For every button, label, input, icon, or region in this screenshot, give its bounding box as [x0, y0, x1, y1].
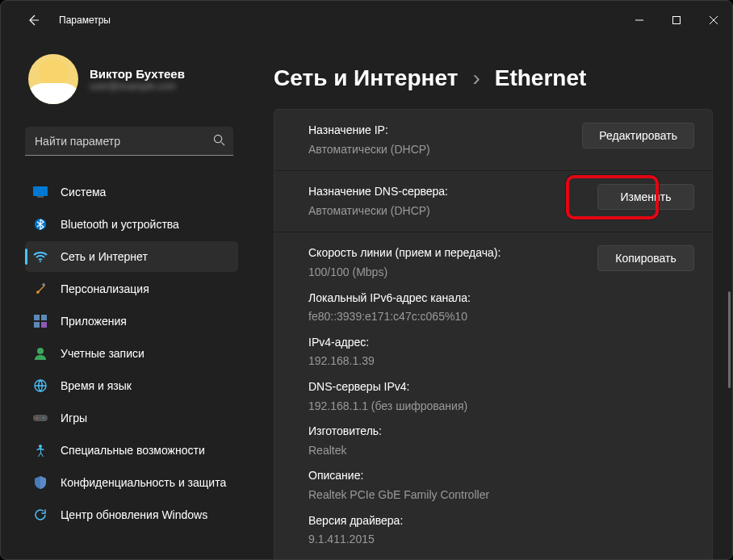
minimize-button[interactable]	[621, 4, 658, 36]
scrollbar-thumb[interactable]	[728, 291, 731, 388]
wifi-icon	[33, 249, 48, 264]
svg-rect-10	[41, 322, 47, 328]
arrow-left-icon	[27, 14, 40, 27]
sidebar-item-label: Учетные записи	[61, 347, 145, 360]
account-icon	[33, 346, 48, 361]
maximize-icon	[672, 16, 681, 24]
breadcrumb: Сеть и Интернет › Ethernet	[251, 40, 732, 109]
maximize-button[interactable]	[658, 4, 695, 36]
back-button[interactable]	[17, 4, 49, 36]
sidebar-item-label: Bluetooth и устройства	[61, 218, 179, 231]
prop-value: fe80::3939:e171:c47c:c065%10	[308, 309, 581, 325]
svg-rect-7	[34, 315, 40, 320]
sidebar-item-label: Центр обновления Windows	[61, 508, 207, 521]
sidebar-item-time-language[interactable]: Время и язык	[25, 370, 238, 401]
prop-value: Realtek	[308, 443, 581, 459]
prop-label: DNS-серверы IPv4:	[308, 379, 581, 395]
profile-name: Виктор Бухтеев	[90, 67, 185, 81]
svg-rect-13	[33, 415, 48, 421]
svg-rect-3	[37, 196, 44, 198]
dns-label: Назначение DNS-сервера:	[308, 184, 581, 200]
edit-dns-button[interactable]: Изменить	[597, 184, 694, 210]
sidebar-item-label: Система	[61, 186, 106, 199]
sidebar-item-label: Время и язык	[61, 379, 132, 392]
prop-label: Версия драйвера:	[308, 513, 581, 529]
svg-point-1	[214, 135, 221, 142]
ip-value: Автоматически (DHCP)	[308, 142, 566, 158]
sidebar-item-accounts[interactable]: Учетные записи	[25, 338, 238, 369]
prop-value: 192.168.1.1 (без шифрования)	[308, 399, 581, 415]
shield-icon	[33, 475, 48, 490]
copy-properties-button[interactable]: Копировать	[597, 245, 694, 271]
globe-icon	[33, 378, 48, 393]
update-icon	[33, 508, 48, 522]
svg-point-5	[40, 261, 41, 262]
window-controls	[621, 4, 732, 36]
accessibility-icon	[33, 443, 48, 458]
breadcrumb-parent[interactable]: Сеть и Интернет	[274, 65, 458, 91]
svg-point-14	[36, 417, 38, 419]
prop-value: 100/100 (Mbps)	[308, 265, 581, 281]
prop-value: Realtek PCIe GbE Family Controller	[308, 487, 581, 504]
profile-email: user@example.com	[90, 81, 185, 92]
sidebar-item-bluetooth[interactable]: Bluetooth и устройства	[25, 209, 238, 240]
system-icon	[33, 185, 48, 199]
sidebar-item-gaming[interactable]: Игры	[25, 403, 238, 433]
search-box[interactable]	[25, 127, 233, 156]
sidebar-item-apps[interactable]: Приложения	[25, 306, 238, 336]
titlebar: Параметры	[1, 1, 732, 40]
sidebar-item-label: Сеть и Интернет	[61, 250, 148, 263]
svg-rect-9	[34, 322, 40, 328]
main-panel: Сеть и Интернет › Ethernet Назначение IP…	[251, 40, 732, 559]
ip-label: Назначение IP:	[308, 123, 566, 139]
prop-label: Физический адрес (MAC):	[308, 558, 581, 559]
sidebar-item-accessibility[interactable]: Специальные возможности	[25, 435, 238, 466]
search-icon	[213, 134, 225, 148]
avatar	[28, 54, 78, 104]
prop-value: 192.168.1.39	[308, 353, 581, 370]
sidebar-item-update[interactable]: Центр обновления Windows	[25, 499, 238, 530]
sidebar-item-label: Конфиденциальность и защита	[61, 476, 226, 489]
svg-point-15	[43, 417, 44, 419]
properties-list: Скорость линии (прием и передача): 100/1…	[308, 245, 581, 559]
close-button[interactable]	[695, 4, 732, 36]
bluetooth-icon	[33, 217, 48, 232]
properties-section: Скорость линии (прием и передача): 100/1…	[274, 232, 712, 559]
game-icon	[33, 411, 48, 425]
sidebar-item-label: Приложения	[61, 315, 127, 328]
minimize-icon	[635, 16, 643, 24]
prop-label: Описание:	[308, 468, 581, 484]
prop-value: 9.1.411.2015	[308, 532, 581, 548]
svg-point-16	[39, 445, 42, 448]
ip-assignment-section: Назначение IP: Автоматически (DHCP) Реда…	[274, 110, 712, 171]
sidebar-item-label: Игры	[61, 412, 87, 424]
search-input[interactable]	[35, 135, 213, 148]
edit-ip-button[interactable]: Редактировать	[582, 123, 694, 148]
sidebar-item-personalization[interactable]: Персонализация	[25, 274, 238, 304]
svg-point-11	[37, 348, 44, 354]
sidebar-item-system[interactable]: Система	[25, 177, 238, 207]
prop-label: Локальный IPv6-адрес канала:	[308, 290, 581, 307]
svg-rect-8	[41, 315, 47, 320]
brush-icon	[33, 282, 48, 296]
dns-assignment-section: Назначение DNS-сервера: Автоматически (D…	[274, 171, 712, 232]
profile-block[interactable]: Виктор Бухтеев user@example.com	[1, 40, 246, 119]
window-title: Параметры	[59, 15, 111, 26]
sidebar-item-label: Специальные возможности	[61, 444, 205, 457]
svg-rect-2	[33, 186, 48, 196]
sidebar-item-network[interactable]: Сеть и Интернет	[25, 241, 238, 272]
sidebar: Виктор Бухтеев user@example.com Система …	[1, 40, 251, 559]
close-icon	[710, 16, 718, 24]
prop-label: IPv4-адрес:	[308, 335, 581, 351]
svg-rect-0	[673, 17, 681, 24]
content-area[interactable]: Назначение IP: Автоматически (DHCP) Реда…	[251, 109, 732, 559]
chevron-right-icon: ›	[472, 65, 480, 91]
apps-icon	[33, 314, 48, 328]
nav-list: Система Bluetooth и устройства Сеть и Ин…	[1, 175, 246, 559]
ethernet-card: Назначение IP: Автоматически (DHCP) Реда…	[274, 109, 713, 559]
prop-label: Изготовитель:	[308, 424, 581, 440]
breadcrumb-current: Ethernet	[495, 65, 587, 91]
sidebar-item-privacy[interactable]: Конфиденциальность и защита	[25, 467, 238, 498]
sidebar-item-label: Персонализация	[61, 282, 149, 295]
prop-label: Скорость линии (прием и передача):	[308, 245, 581, 261]
